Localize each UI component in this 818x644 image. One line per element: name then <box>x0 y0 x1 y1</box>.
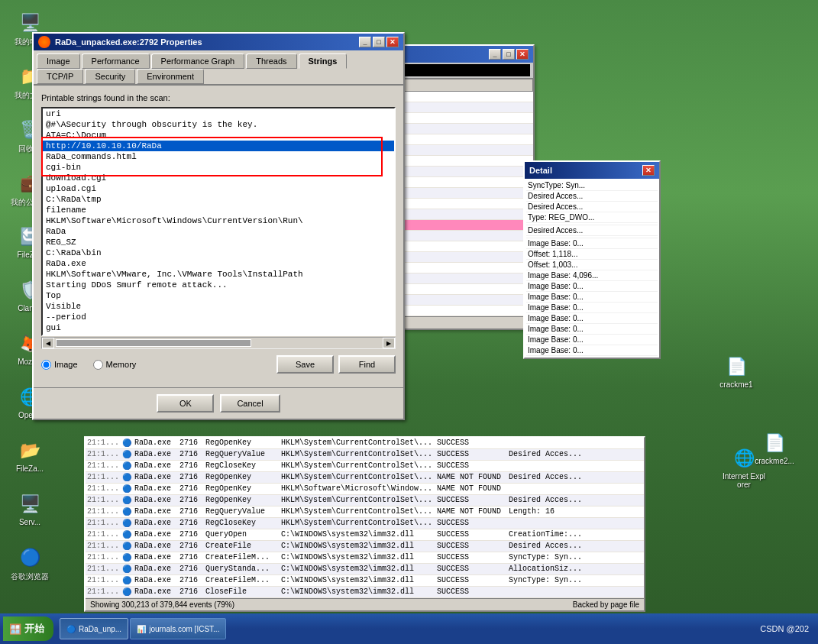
event-row-10[interactable]: 21:1... 🔵 RaDa.exe 2716 CreateFileM... C… <box>86 552 644 564</box>
string-item-20[interactable]: gui <box>43 322 394 333</box>
event-row-6[interactable]: 21:1... 🔵 RaDa.exe 2716 RegQueryValue HK… <box>86 506 644 518</box>
string-item-16[interactable]: Starting DDoS Smurf remote attack... <box>43 280 394 290</box>
fileza2-icon: 📂 <box>18 439 42 463</box>
cancel-button[interactable]: Cancel <box>220 394 280 413</box>
detail-entry-8: Offset: 1,118... <box>526 249 658 260</box>
event-result: SUCCESS <box>437 439 506 448</box>
event-row-3[interactable]: 21:1... 🔵 RaDa.exe 2716 RegOpenKey HKLM\… <box>86 472 644 484</box>
desktop-icon-crackme1[interactable]: 📄 crackme1 <box>710 351 762 392</box>
action-buttons: Save Find <box>276 355 396 374</box>
tab-strings[interactable]: Strings <box>299 53 348 69</box>
string-item-13[interactable]: C:\RaDa\bin <box>43 248 394 258</box>
event-row-8[interactable]: 21:1... 🔵 RaDa.exe 2716 QueryOpen C:\WIN… <box>86 529 644 541</box>
tab-security[interactable]: Security <box>85 69 135 84</box>
string-item-1[interactable]: @#\ASecurity through obscurity is the ke… <box>43 119 394 130</box>
find-button[interactable]: Find <box>338 355 396 374</box>
event-result: SUCCESS <box>437 553 506 562</box>
rada-title-icon <box>38 36 50 48</box>
string-item-10[interactable]: HKLM\Software\Microsoft\Windows\CurrentV… <box>43 215 394 226</box>
event-pid: 2716 <box>179 473 202 482</box>
start-button[interactable]: 🪟 开始 <box>3 616 53 641</box>
event-detail: Desired Acces... <box>509 496 582 505</box>
event-row-1[interactable]: 21:1... 🔵 RaDa.exe 2716 RegQueryValue HK… <box>86 449 644 461</box>
string-item-11[interactable]: RaDa <box>43 226 394 237</box>
rada-maximize-button[interactable]: □ <box>373 37 385 47</box>
event-result: SUCCESS <box>437 565 506 574</box>
radio-row: Image Memory Save Find <box>41 355 396 374</box>
detail-content: SyncType: Syn...Desired Acces...Desired … <box>525 179 659 358</box>
event-time: 21:1... <box>87 484 119 494</box>
event-icon: 🔵 <box>122 553 131 562</box>
memory-radio[interactable] <box>93 360 103 370</box>
image-radio-label[interactable]: Image <box>41 360 78 370</box>
string-item-6[interactable]: download.cgi <box>43 173 394 183</box>
event-row-4[interactable]: 21:1... 🔵 RaDa.exe 2716 RegOpenKey HKLM\… <box>86 484 644 495</box>
detail-entry-15: Image Base: 0... <box>526 324 658 335</box>
event-row-0[interactable]: 21:1... 🔵 RaDa.exe 2716 RegOpenKey HKLM\… <box>86 438 644 449</box>
detail-close-button[interactable]: ✕ <box>642 165 655 176</box>
string-item-9[interactable]: filename <box>43 205 394 215</box>
scroll-right-button[interactable]: ▶ <box>383 338 395 348</box>
string-item-7[interactable]: upload.cgi <box>43 183 394 194</box>
ok-button[interactable]: OK <box>157 394 214 413</box>
string-item-5[interactable]: cgi-bin <box>43 162 394 173</box>
event-row-7[interactable]: 21:1... 🔵 RaDa.exe 2716 RegCloseKey HKLM… <box>86 518 644 529</box>
event-row-12[interactable]: 21:1... 🔵 RaDa.exe 2716 CreateFileM... C… <box>86 575 644 587</box>
taskbar-item-rada[interactable]: 🔵 RaDa_unp... <box>60 618 128 639</box>
string-item-18[interactable]: Visible <box>43 301 394 312</box>
tab-performance-graph[interactable]: Performance Graph <box>151 53 245 69</box>
event-icon: 🔵 <box>122 576 131 585</box>
desktop-icon-fileza2[interactable]: 📂 FileZa... <box>4 435 56 476</box>
event-result: SUCCESS <box>437 530 506 539</box>
taskbar-item-procmon[interactable]: 📊 journals.com [ICST... <box>130 618 226 639</box>
event-pid: 2716 <box>179 461 202 471</box>
event-row-5[interactable]: 21:1... 🔵 RaDa.exe 2716 RegOpenKey HKLM\… <box>86 495 644 506</box>
tab-tcpip[interactable]: TCP/IP <box>37 69 83 84</box>
tab-threads[interactable]: Threads <box>246 53 296 69</box>
event-icon: 🔵 <box>122 450 131 459</box>
string-item-17[interactable]: Top <box>43 290 394 301</box>
procmon-minimize-button[interactable]: _ <box>489 49 501 60</box>
event-row-9[interactable]: 21:1... 🔵 RaDa.exe 2716 CreateFile C:\WI… <box>86 541 644 552</box>
event-row-11[interactable]: 21:1... 🔵 RaDa.exe 2716 QueryStanda... C… <box>86 564 644 575</box>
start-label: 开始 <box>24 622 44 636</box>
desktop-icon-server[interactable]: 🖥️ Serv... <box>4 489 56 529</box>
procmon-close-button[interactable]: ✕ <box>516 49 529 60</box>
rada-minimize-button[interactable]: _ <box>359 37 371 47</box>
image-radio[interactable] <box>41 360 51 370</box>
rada-close-button[interactable]: ✕ <box>386 37 399 47</box>
taskbar-clock: CSDN @202 <box>751 624 818 633</box>
memory-radio-label[interactable]: Memory <box>93 360 137 370</box>
string-item-3[interactable]: http://10.10.10.10/RaDa <box>43 141 394 151</box>
event-process: RaDa.exe <box>134 461 176 471</box>
tab-performance[interactable]: Performance <box>82 53 150 69</box>
tab-environment[interactable]: Environment <box>137 69 204 84</box>
string-item-8[interactable]: C:\RaDa\tmp <box>43 194 394 205</box>
desktop-icon-chrome[interactable]: 🔵 谷歌浏览器 <box>4 542 56 585</box>
string-item-12[interactable]: REG_SZ <box>43 237 394 248</box>
procmon-maximize-button[interactable]: □ <box>503 49 515 60</box>
string-item-15[interactable]: HKLM\Software\VMware, Inc.\VMware Tools\… <box>43 269 394 280</box>
event-icon: 🔵 <box>122 530 131 539</box>
strings-hscrollbar[interactable]: ◀ ▶ <box>41 337 396 349</box>
string-item-2[interactable]: ATA=C:\Docum <box>43 130 394 141</box>
save-button[interactable]: Save <box>276 355 334 374</box>
string-item-4[interactable]: RaDa_commands.html <box>43 151 394 162</box>
event-detail: CreationTime:... <box>509 530 582 539</box>
scroll-left-button[interactable]: ◀ <box>42 338 54 348</box>
event-icon: 🔵 <box>122 439 131 448</box>
event-path: HKLM\System\CurrentControlSet\... <box>281 439 434 448</box>
desktop-icon-ie[interactable]: 🌐 Internet Explorer <box>718 443 770 492</box>
event-row-2[interactable]: 21:1... 🔵 RaDa.exe 2716 RegCloseKey HKLM… <box>86 461 644 472</box>
event-row-13[interactable]: 21:1... 🔵 RaDa.exe 2716 CloseFile C:\WIN… <box>86 587 644 598</box>
scroll-thumb[interactable] <box>56 339 251 347</box>
tab-image[interactable]: Image <box>37 53 80 69</box>
event-operation: CreateFileM... <box>205 553 278 562</box>
string-item-0[interactable]: uri <box>43 108 394 119</box>
strings-list-container[interactable]: uri@#\ASecurity through obscurity is the… <box>41 107 396 336</box>
string-item-14[interactable]: RaDa.exe <box>43 258 394 269</box>
string-item-21[interactable]: Left <box>43 333 394 336</box>
event-operation: RegQueryValue <box>205 450 278 459</box>
image-radio-text: Image <box>54 360 78 369</box>
string-item-19[interactable]: --period <box>43 312 394 322</box>
